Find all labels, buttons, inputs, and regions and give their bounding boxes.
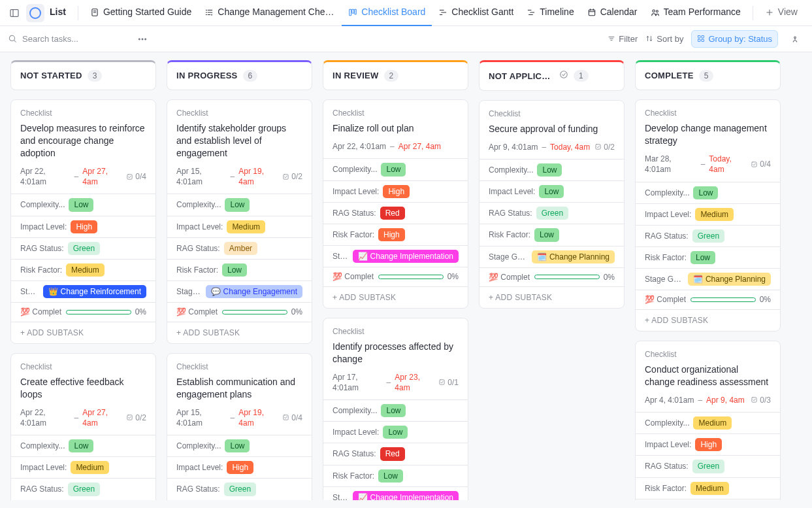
field-label: Impact Level: xyxy=(333,427,379,437)
task-card[interactable]: ChecklistDevelop measures to reinforce a… xyxy=(10,99,156,344)
field-value[interactable]: High xyxy=(695,438,722,451)
completion-label: 💯 Complet... xyxy=(20,307,62,317)
add-subtask-button[interactable]: + ADD SUBTASK xyxy=(479,286,624,308)
field-value[interactable]: High xyxy=(378,228,405,241)
column-header[interactable]: NOT STARTED3 xyxy=(10,60,156,90)
task-card[interactable]: ChecklistDevelop change management strat… xyxy=(635,99,781,331)
add-view-button[interactable]: View xyxy=(758,0,804,26)
field-label: Impact Level: xyxy=(20,462,67,473)
subtask-count: 0/2 xyxy=(282,171,302,182)
task-card[interactable]: ChecklistSecure approval of fundingApr 9… xyxy=(479,100,625,309)
completion-pct: 0% xyxy=(760,294,771,305)
tab-list[interactable]: List xyxy=(47,0,73,26)
task-card[interactable]: ChecklistIdentify stakeholder groups and… xyxy=(167,99,312,344)
tab-checklist-gantt[interactable]: Checklist Gantt xyxy=(432,0,520,26)
filter-button[interactable]: Filter xyxy=(608,33,638,45)
task-card[interactable]: ChecklistCreate effective feedback loops… xyxy=(10,353,156,500)
sort-button[interactable]: Sort by xyxy=(645,33,683,45)
field-value[interactable]: 📈Change Implementation xyxy=(353,491,459,500)
add-subtask-button[interactable]: + ADD SUBTASK xyxy=(11,322,155,343)
field-value[interactable]: Low xyxy=(378,469,403,483)
field-value[interactable]: Low xyxy=(383,426,408,439)
completion-label: 💯 Complet... xyxy=(645,294,687,305)
add-subtask-button[interactable]: + ADD SUBTASK xyxy=(636,309,780,331)
add-subtask-button[interactable]: + ADD SUBTASK xyxy=(323,286,468,308)
column-header[interactable]: IN REVIEW2 xyxy=(323,60,468,90)
custom-field: RAG Status:Green xyxy=(479,202,624,224)
field-value[interactable]: Low xyxy=(225,198,250,211)
field-value[interactable]: Low xyxy=(534,228,559,241)
field-value[interactable]: Green xyxy=(68,483,100,496)
field-value[interactable]: Low xyxy=(537,163,562,177)
sort-label: Sort by xyxy=(657,33,683,45)
field-value[interactable]: Low xyxy=(69,439,93,452)
field-value[interactable]: High xyxy=(383,185,410,198)
column-title: IN PROGRESS xyxy=(176,70,238,82)
field-value[interactable]: Low xyxy=(690,251,715,264)
column-count: 1 xyxy=(574,70,589,82)
card-title: Identify processes affected by change xyxy=(333,341,459,365)
svg-rect-42 xyxy=(127,415,132,420)
field-value[interactable]: Low xyxy=(381,404,406,417)
field-label: Complexity... xyxy=(333,164,377,175)
custom-field: RAG Status:Green xyxy=(636,455,780,477)
field-value[interactable]: Low xyxy=(381,163,406,176)
field-value[interactable]: High xyxy=(227,461,253,474)
task-card[interactable]: ChecklistFinalize roll out planApr 22, 4… xyxy=(323,99,468,309)
app-icon[interactable] xyxy=(26,4,44,22)
field-value[interactable]: Green xyxy=(224,483,256,496)
task-card[interactable]: ChecklistIdentify processes affected by … xyxy=(323,318,468,500)
field-label: Impact Level: xyxy=(645,209,691,220)
more-icon[interactable] xyxy=(133,30,152,48)
field-value[interactable]: Green xyxy=(692,460,724,473)
field-label: Risk Factor: xyxy=(645,483,687,494)
field-value[interactable]: Low xyxy=(225,439,250,452)
field-value[interactable]: Medium xyxy=(227,220,265,233)
field-value[interactable]: Green xyxy=(536,207,568,220)
svg-rect-49 xyxy=(752,398,756,402)
task-card[interactable]: ChecklistConduct organizational change r… xyxy=(635,341,781,500)
field-value[interactable]: Medium xyxy=(690,482,729,495)
tab-change-management-checkl[interactable]: Change Management Checkl... xyxy=(198,0,342,26)
field-value[interactable]: Green xyxy=(68,242,100,255)
tab-getting-started-guide[interactable]: Getting Started Guide xyxy=(84,0,198,26)
card-title: Create effective feedback loops xyxy=(20,376,146,401)
field-value[interactable]: Amber xyxy=(224,242,257,255)
groupby-button[interactable]: Group by: Status xyxy=(691,30,778,48)
field-value[interactable]: Low xyxy=(69,198,93,211)
column-header[interactable]: COMPLETE5 xyxy=(635,60,781,90)
field-value[interactable]: 📈Change Implementation xyxy=(353,250,459,263)
collapse-sidebar-icon[interactable] xyxy=(5,4,24,22)
tab-calendar[interactable]: Calendar xyxy=(581,0,644,26)
field-value[interactable]: Red xyxy=(380,447,405,460)
tab-timeline[interactable]: Timeline xyxy=(520,0,580,26)
column-header[interactable]: IN PROGRESS6 xyxy=(167,60,312,90)
custom-field: Complexity...Low xyxy=(11,435,155,456)
subtask-count: 0/4 xyxy=(126,171,146,182)
tab-team-performance[interactable]: Team Performance xyxy=(644,0,747,26)
column-header[interactable]: NOT APPLICA...1 xyxy=(479,60,625,91)
field-value[interactable]: Low xyxy=(222,263,247,277)
start-date: Apr 9, 4:01am xyxy=(489,142,538,152)
field-value[interactable]: Medium xyxy=(695,208,734,221)
tab-checklist-board[interactable]: Checklist Board xyxy=(342,0,432,26)
field-value[interactable]: High xyxy=(71,220,97,233)
field-value[interactable]: Red xyxy=(380,207,405,220)
search-input[interactable] xyxy=(21,33,125,46)
field-value[interactable]: Medium xyxy=(71,461,109,474)
field-value[interactable]: 🗓️Change Planning xyxy=(688,273,771,286)
task-card[interactable]: ChecklistEstablish communication and en­… xyxy=(167,353,312,500)
custom-field: Complexity...Low xyxy=(636,182,780,203)
field-value[interactable]: Medium xyxy=(693,416,732,430)
field-value[interactable]: 💬Change Engagement xyxy=(206,285,302,298)
settings-icon[interactable] xyxy=(786,30,804,48)
field-value[interactable]: Low xyxy=(539,185,564,198)
date-separator: – xyxy=(698,395,702,405)
field-value[interactable]: Low xyxy=(693,186,718,199)
field-value[interactable]: 👑Change Reinforcement xyxy=(43,285,146,298)
field-value[interactable]: Green xyxy=(692,229,724,243)
custom-field: Risk Factor:Low xyxy=(323,465,468,486)
field-value[interactable]: Medium xyxy=(66,263,105,277)
add-subtask-button[interactable]: + ADD SUBTASK xyxy=(167,322,312,343)
field-value[interactable]: 🗓️Change Planning xyxy=(532,250,615,263)
